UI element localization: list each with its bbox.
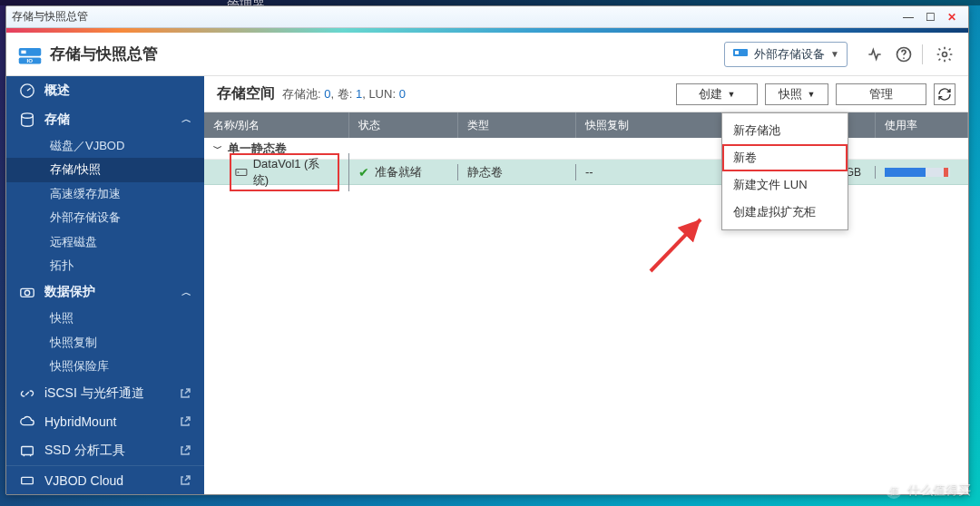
external-storage-label: 外部存储设备 <box>754 46 825 63</box>
nav-external-storage[interactable]: 外部存储设备 <box>6 206 204 229</box>
nav-storage-snapshot[interactable]: 存储/快照 <box>6 158 204 181</box>
drive-icon <box>732 46 749 62</box>
link-icon <box>19 385 35 402</box>
svg-text:IO: IO <box>27 56 34 63</box>
svg-rect-2 <box>21 50 25 54</box>
volume-row[interactable]: DataVol1 (系统) ✔ 准备就绪 静态卷 -- 1.58 GB <box>204 160 968 185</box>
chevron-down-icon: ▼ <box>808 90 816 99</box>
menu-new-file-lun[interactable]: 新建文件 LUN <box>722 171 848 199</box>
col-name[interactable]: 名称/别名 <box>204 112 349 138</box>
window-close-button[interactable]: ✕ <box>941 9 963 25</box>
settings-icon[interactable] <box>932 42 957 67</box>
nav-storage[interactable]: 存储 ︿ <box>6 105 204 134</box>
app-icon: IO <box>17 42 43 67</box>
refresh-button[interactable] <box>934 83 956 105</box>
nav-snapshot-vault[interactable]: 快照保险库 <box>6 355 204 378</box>
manage-button[interactable]: 管理 <box>836 83 926 105</box>
nav-topology[interactable]: 拓扑 <box>6 254 204 277</box>
help-icon[interactable] <box>891 42 916 67</box>
volume-name: DataVol1 (系统) <box>253 156 334 189</box>
cloud-icon <box>19 414 35 430</box>
camera-icon <box>19 284 35 300</box>
svg-point-16 <box>238 171 240 173</box>
nav-snapshot[interactable]: 快照 <box>6 307 204 330</box>
window-minimize-button[interactable]: — <box>897 9 919 25</box>
menu-new-virtual-enclosure[interactable]: 创建虚拟扩充柜 <box>722 199 848 226</box>
nav-overview[interactable]: 概述 <box>6 76 204 105</box>
ssd-icon <box>19 443 35 459</box>
diagnostics-icon[interactable] <box>862 42 887 67</box>
usage-bar <box>885 168 950 177</box>
nav-cache-accel[interactable]: 高速缓存加速 <box>6 182 204 206</box>
table-body: ﹀ 单一静态卷 DataVol1 (系统) ✔ 准备就绪 <box>204 138 968 494</box>
page-title: 存储空间 <box>217 84 275 103</box>
page-subtitle: 存储池: 0, 卷: 1, LUN: 0 <box>282 86 406 102</box>
nav-hybridmount[interactable]: HybridMount <box>6 407 204 436</box>
chevron-down-icon: ▼ <box>728 90 736 99</box>
svg-point-10 <box>22 112 34 117</box>
external-storage-dropdown[interactable]: 外部存储设备 ▼ <box>724 42 848 67</box>
table-header: 名称/别名 状态 类型 快照复制 容量 使用率 <box>204 112 968 138</box>
nav-snapshot-replica[interactable]: 快照复制 <box>6 331 204 355</box>
nav-remote-disk[interactable]: 远程磁盘 <box>6 230 204 254</box>
svg-rect-5 <box>735 51 739 54</box>
external-link-icon <box>179 387 191 400</box>
external-link-icon <box>179 444 191 457</box>
external-link-icon <box>179 415 191 428</box>
nav-vjbod-cloud[interactable]: VJBOD Cloud <box>6 465 204 494</box>
app-toolbar: IO 存储与快照总管 外部存储设备 ▼ <box>6 33 968 76</box>
window-maximize-button[interactable]: ☐ <box>919 9 941 25</box>
svg-point-8 <box>943 52 947 56</box>
create-button[interactable]: 创建▼ <box>676 83 758 105</box>
nav-disks-vjbod[interactable]: 磁盘／VJBOD <box>6 134 204 158</box>
storage-snapshot-window: 存储与快照总管 — ☐ ✕ IO 存储与快照总管 外部存储设备 ▼ <box>5 5 969 495</box>
svg-rect-14 <box>22 477 34 483</box>
external-link-icon <box>179 474 191 487</box>
content-pane: 存储空间 存储池: 0, 卷: 1, LUN: 0 创建▼ 快照▼ 管理 <box>204 76 968 494</box>
nav-ssd-profiling[interactable]: SSD 分析工具 <box>6 436 204 465</box>
col-status[interactable]: 状态 <box>349 112 458 138</box>
nav-data-protection[interactable]: 数据保护 ︿ <box>6 277 204 307</box>
vjbod-icon <box>19 472 35 489</box>
col-type[interactable]: 类型 <box>458 112 576 138</box>
watermark: 值 什么值得买 <box>886 482 971 499</box>
create-dropdown-menu: 新存储池 新卷 新建文件 LUN 创建虚拟扩充柜 <box>721 112 848 230</box>
nav-iscsi-fc[interactable]: iSCSI 与光纤通道 <box>6 379 204 408</box>
type-cell: 静态卷 <box>458 164 576 180</box>
chevron-up-icon: ︿ <box>181 112 191 126</box>
watermark-icon: 值 <box>886 482 902 499</box>
window-titlebar: 存储与快照总管 — ☐ ✕ <box>6 6 968 28</box>
chevron-down-icon: ▼ <box>830 49 839 59</box>
chevron-up-icon: ︿ <box>181 286 191 299</box>
status-ok-icon: ✔ <box>358 165 369 180</box>
svg-point-12 <box>24 291 29 296</box>
svg-point-7 <box>903 57 905 59</box>
volume-name-highlight: DataVol1 (系统) <box>230 153 339 191</box>
toolbar-divider <box>922 44 923 64</box>
gauge-icon <box>19 83 35 99</box>
menu-new-volume[interactable]: 新卷 <box>722 144 848 171</box>
window-title: 存储与快照总管 <box>12 9 897 24</box>
status-text: 准备就绪 <box>375 164 422 180</box>
database-icon <box>19 112 35 128</box>
snapshot-button[interactable]: 快照▼ <box>765 83 828 105</box>
volume-icon <box>235 167 248 178</box>
app-title: 存储与快照总管 <box>50 44 724 64</box>
sidebar-nav: 概述 存储 ︿ 磁盘／VJBOD 存储/快照 高速缓存加速 外部存储设备 远程磁… <box>6 76 204 494</box>
col-usage[interactable]: 使用率 <box>876 112 968 138</box>
svg-rect-13 <box>22 447 34 455</box>
content-header: 存储空间 存储池: 0, 卷: 1, LUN: 0 创建▼ 快照▼ 管理 <box>204 76 968 112</box>
menu-new-pool[interactable]: 新存储池 <box>722 117 848 144</box>
